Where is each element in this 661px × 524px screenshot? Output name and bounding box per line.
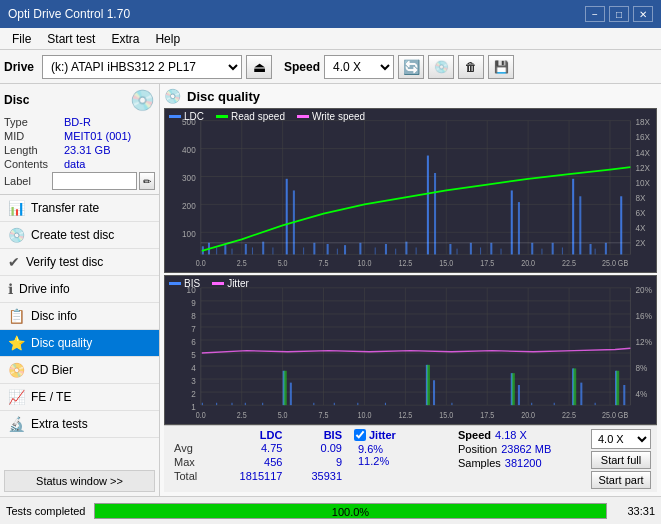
disc-icon: 💿 (130, 88, 155, 112)
svg-text:20.0: 20.0 (521, 411, 535, 421)
disc-quality-icon: ⭐ (8, 335, 25, 351)
minimize-button[interactable]: − (585, 6, 605, 22)
disc-label-input[interactable] (52, 172, 137, 190)
status-text: Tests completed (6, 505, 86, 517)
svg-text:10.0: 10.0 (358, 259, 372, 269)
svg-rect-73 (252, 247, 253, 254)
disc-info-icon: 📋 (8, 308, 25, 324)
svg-rect-54 (359, 243, 361, 255)
svg-text:4X: 4X (636, 223, 646, 234)
svg-rect-63 (518, 202, 520, 254)
disc-label-text: Label (4, 175, 52, 187)
ldc-header: LDC (214, 429, 291, 441)
svg-text:12.5: 12.5 (398, 259, 412, 269)
status-window-btn[interactable]: Status window >> (4, 470, 155, 492)
sidebar-item-transfer-rate[interactable]: 📊 Transfer rate (0, 195, 159, 222)
fe-te-label: FE / TE (31, 390, 71, 404)
stats-speed-select[interactable]: 4.0 X 2.0 X 1.0 X (591, 429, 651, 449)
svg-rect-55 (385, 244, 387, 254)
svg-text:16X: 16X (636, 132, 651, 143)
burn-button[interactable]: 💿 (428, 55, 454, 79)
sidebar-item-create-test-disc[interactable]: 💿 Create test disc (0, 222, 159, 249)
sidebar-item-disc-quality[interactable]: ⭐ Disc quality (0, 330, 159, 357)
cd-bier-icon: 📀 (8, 362, 25, 378)
sidebar-item-disc-info[interactable]: 📋 Disc info (0, 303, 159, 330)
svg-text:15.0: 15.0 (439, 411, 453, 421)
svg-rect-83 (541, 249, 542, 255)
sidebar-item-verify-test-disc[interactable]: ✔ Verify test disc (0, 249, 159, 276)
drive-select[interactable]: (k:) ATAPI iHBS312 2 PL17 (42, 55, 242, 79)
svg-rect-155 (580, 383, 582, 406)
extra-tests-label: Extra tests (31, 417, 88, 431)
svg-rect-139 (245, 403, 246, 405)
svg-rect-56 (405, 242, 407, 255)
chart1-svg: 500 400 300 200 100 18X 16X 14X 12X 10X … (165, 109, 656, 272)
svg-rect-162 (573, 368, 576, 405)
speed-section: Speed 4.18 X Position 23862 MB Samples 3… (458, 429, 578, 469)
position-row: Position 23862 MB (458, 443, 578, 455)
svg-text:20%: 20% (636, 284, 652, 295)
svg-text:17.5: 17.5 (480, 259, 494, 269)
chart1-wrapper: LDC Read speed Write speed (164, 108, 657, 273)
svg-text:5.0: 5.0 (278, 259, 288, 269)
read-speed-legend-dot (216, 115, 228, 118)
speed-select[interactable]: 4.0 X 2.0 X 1.0 X Max (324, 55, 394, 79)
sidebar-item-drive-info[interactable]: ℹ Drive info (0, 276, 159, 303)
menu-extra[interactable]: Extra (103, 30, 147, 48)
svg-text:2X: 2X (636, 238, 646, 249)
svg-rect-69 (605, 243, 607, 255)
stats-row: LDC BIS Avg 4.75 0.09 Max (170, 429, 651, 489)
svg-rect-161 (512, 373, 515, 405)
save-button[interactable]: 💾 (488, 55, 514, 79)
svg-rect-81 (480, 247, 481, 254)
jitter-max-row: 11.2% (354, 455, 454, 467)
svg-rect-48 (262, 242, 264, 255)
svg-text:100: 100 (182, 229, 196, 240)
status-time: 33:31 (615, 505, 655, 517)
nav-items: 📊 Transfer rate 💿 Create test disc ✔ Ver… (0, 195, 159, 466)
drive-info-label: Drive info (19, 282, 70, 296)
sidebar-item-extra-tests[interactable]: 🔬 Extra tests (0, 411, 159, 438)
erase-button[interactable]: 🗑 (458, 55, 484, 79)
svg-rect-51 (313, 243, 315, 255)
svg-text:4: 4 (191, 362, 196, 373)
bis-legend: BIS (169, 278, 200, 289)
position-value: 23862 MB (501, 443, 551, 455)
svg-rect-70 (620, 196, 622, 254)
ldc-bis-table: LDC BIS Avg 4.75 0.09 Max (170, 429, 350, 483)
svg-rect-74 (272, 247, 273, 254)
svg-rect-46 (224, 245, 226, 254)
svg-rect-142 (290, 383, 292, 406)
sidebar-item-fe-te[interactable]: 📈 FE / TE (0, 384, 159, 411)
svg-rect-163 (616, 371, 619, 405)
svg-rect-58 (434, 173, 436, 254)
refresh-button[interactable]: 🔄 (398, 55, 424, 79)
avg-ldc: 4.75 (214, 441, 291, 455)
disc-label-btn[interactable]: ✏ (139, 172, 155, 190)
write-speed-legend-dot (297, 115, 309, 118)
svg-text:2.5: 2.5 (237, 411, 247, 421)
svg-rect-77 (375, 247, 376, 254)
jitter-checkbox[interactable] (354, 429, 366, 441)
menu-help[interactable]: Help (147, 30, 188, 48)
jitter-legend-label: Jitter (227, 278, 249, 289)
disc-mid-label: MID (4, 130, 64, 142)
svg-text:8X: 8X (636, 192, 646, 203)
maximize-button[interactable]: □ (609, 6, 629, 22)
svg-rect-144 (334, 403, 335, 405)
avg-label: Avg (170, 441, 214, 455)
sidebar-item-cd-bier[interactable]: 📀 CD Bier (0, 357, 159, 384)
svg-text:22.5: 22.5 (562, 411, 576, 421)
svg-rect-137 (216, 403, 217, 405)
max-row: Max 456 9 (170, 455, 350, 469)
total-bis: 35931 (290, 469, 350, 483)
svg-text:2: 2 (191, 388, 196, 399)
menu-start-test[interactable]: Start test (39, 30, 103, 48)
close-button[interactable]: ✕ (633, 6, 653, 22)
start-full-button[interactable]: Start full (591, 451, 651, 469)
eject-button[interactable]: ⏏ (246, 55, 272, 79)
menu-file[interactable]: File (4, 30, 39, 48)
title-bar-controls: − □ ✕ (585, 6, 653, 22)
start-part-button[interactable]: Start part (591, 471, 651, 489)
svg-rect-145 (357, 403, 358, 405)
